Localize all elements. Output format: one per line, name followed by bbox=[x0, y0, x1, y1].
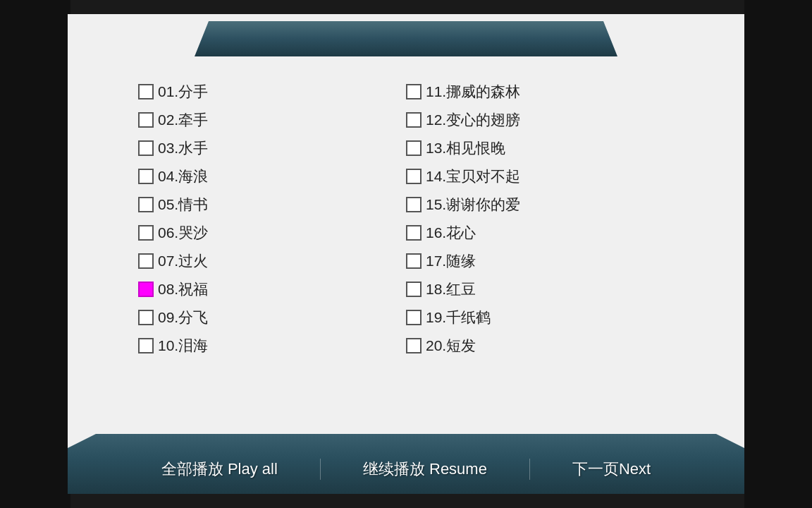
left-black-bar bbox=[0, 0, 70, 508]
song-label-13: 13.相见恨晚 bbox=[426, 138, 505, 158]
checkbox-06[interactable] bbox=[138, 225, 154, 241]
nav-buttons: 全部播放 Play all 继续播放 Resume 下一页Next bbox=[68, 459, 744, 480]
song-label-19: 19.千纸鹤 bbox=[426, 308, 491, 327]
song-item-01[interactable]: 01.分手 bbox=[138, 78, 406, 106]
song-item-20[interactable]: 20.短发 bbox=[406, 332, 674, 360]
checkbox-11[interactable] bbox=[406, 84, 422, 99]
top-banner-shape bbox=[195, 21, 617, 56]
song-item-15[interactable]: 15.谢谢你的爱 bbox=[406, 190, 674, 219]
checkbox-08[interactable] bbox=[138, 282, 154, 297]
song-label-10: 10.泪海 bbox=[158, 336, 208, 356]
song-label-07: 07.过火 bbox=[158, 251, 208, 271]
song-label-17: 17.随缘 bbox=[426, 251, 476, 271]
checkbox-12[interactable] bbox=[406, 112, 422, 128]
song-label-02: 02.牵手 bbox=[158, 110, 208, 130]
right-black-bar bbox=[744, 0, 812, 508]
resume-button[interactable]: 继续播放 Resume bbox=[363, 459, 487, 480]
song-item-13[interactable]: 13.相见恨晚 bbox=[406, 134, 674, 162]
checkbox-01[interactable] bbox=[138, 84, 154, 99]
checkbox-14[interactable] bbox=[406, 169, 422, 184]
song-item-14[interactable]: 14.宝贝对不起 bbox=[406, 162, 674, 190]
checkbox-17[interactable] bbox=[406, 253, 422, 269]
song-list: 01.分手11.挪威的森林02.牵手12.变心的翅膀03.水手13.相见恨晚04… bbox=[68, 64, 744, 434]
song-item-19[interactable]: 19.千纸鹤 bbox=[406, 303, 674, 332]
song-item-18[interactable]: 18.红豆 bbox=[406, 275, 674, 303]
song-label-18: 18.红豆 bbox=[426, 279, 476, 299]
song-item-10[interactable]: 10.泪海 bbox=[138, 332, 406, 360]
next-button[interactable]: 下一页Next bbox=[572, 459, 651, 480]
song-label-01: 01.分手 bbox=[158, 82, 208, 102]
checkbox-05[interactable] bbox=[138, 197, 154, 212]
song-label-05: 05.情书 bbox=[158, 195, 208, 214]
checkbox-20[interactable] bbox=[406, 338, 422, 353]
checkbox-09[interactable] bbox=[138, 310, 154, 325]
song-label-16: 16.花心 bbox=[426, 223, 476, 243]
checkbox-18[interactable] bbox=[406, 282, 422, 297]
song-label-03: 03.水手 bbox=[158, 138, 208, 158]
song-item-02[interactable]: 02.牵手 bbox=[138, 106, 406, 134]
checkbox-02[interactable] bbox=[138, 112, 154, 128]
song-label-09: 09.分飞 bbox=[158, 308, 208, 327]
checkbox-13[interactable] bbox=[406, 140, 422, 156]
checkbox-10[interactable] bbox=[138, 338, 154, 353]
bottom-nav: 全部播放 Play all 继续播放 Resume 下一页Next bbox=[68, 434, 744, 494]
play-all-button[interactable]: 全部播放 Play all bbox=[161, 459, 278, 480]
checkbox-15[interactable] bbox=[406, 197, 422, 212]
main-screen: 01.分手11.挪威的森林02.牵手12.变心的翅膀03.水手13.相见恨晚04… bbox=[68, 14, 744, 494]
song-item-16[interactable]: 16.花心 bbox=[406, 219, 674, 247]
top-banner bbox=[68, 14, 744, 64]
nav-divider-2 bbox=[529, 459, 530, 480]
song-item-11[interactable]: 11.挪威的森林 bbox=[406, 78, 674, 106]
song-label-12: 12.变心的翅膀 bbox=[426, 110, 520, 130]
song-label-15: 15.谢谢你的爱 bbox=[426, 195, 520, 214]
song-item-08[interactable]: 08.祝福 bbox=[138, 275, 406, 303]
song-item-03[interactable]: 03.水手 bbox=[138, 134, 406, 162]
song-label-06: 06.哭沙 bbox=[158, 223, 208, 243]
song-item-17[interactable]: 17.随缘 bbox=[406, 247, 674, 275]
song-item-12[interactable]: 12.变心的翅膀 bbox=[406, 106, 674, 134]
song-item-07[interactable]: 07.过火 bbox=[138, 247, 406, 275]
checkbox-16[interactable] bbox=[406, 225, 422, 241]
song-label-20: 20.短发 bbox=[426, 336, 476, 356]
nav-divider-1 bbox=[320, 459, 321, 480]
song-label-14: 14.宝贝对不起 bbox=[426, 167, 520, 186]
song-item-09[interactable]: 09.分飞 bbox=[138, 303, 406, 332]
song-item-05[interactable]: 05.情书 bbox=[138, 190, 406, 219]
song-item-06[interactable]: 06.哭沙 bbox=[138, 219, 406, 247]
checkbox-19[interactable] bbox=[406, 310, 422, 325]
song-label-11: 11.挪威的森林 bbox=[426, 82, 520, 102]
song-item-04[interactable]: 04.海浪 bbox=[138, 162, 406, 190]
checkbox-04[interactable] bbox=[138, 169, 154, 184]
checkbox-07[interactable] bbox=[138, 253, 154, 269]
song-label-08: 08.祝福 bbox=[158, 279, 208, 299]
checkbox-03[interactable] bbox=[138, 140, 154, 156]
song-label-04: 04.海浪 bbox=[158, 167, 208, 186]
